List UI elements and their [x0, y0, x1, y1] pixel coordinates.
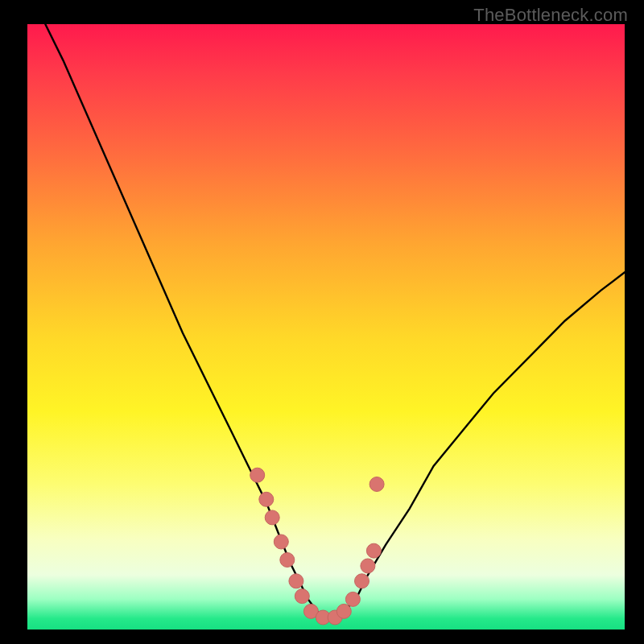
curve-marker [355, 574, 369, 588]
curve-marker [265, 510, 279, 525]
curve-marker [259, 492, 274, 506]
curve-marker [369, 477, 384, 492]
curve-markers [250, 468, 384, 625]
curve-marker [289, 574, 303, 588]
curve-marker [274, 535, 288, 549]
curve-marker [366, 543, 381, 558]
curve-marker [345, 592, 360, 606]
curve-marker [280, 553, 295, 568]
attribution-text: TheBottleneck.com [473, 5, 628, 26]
bottleneck-curve [45, 24, 625, 617]
chart-frame: TheBottleneck.com [0, 0, 644, 644]
curve-marker [295, 589, 309, 604]
plot-area [27, 24, 625, 630]
curve-layer [27, 24, 625, 630]
curve-marker [250, 468, 265, 482]
curve-marker [336, 604, 351, 618]
curve-marker [361, 559, 375, 573]
